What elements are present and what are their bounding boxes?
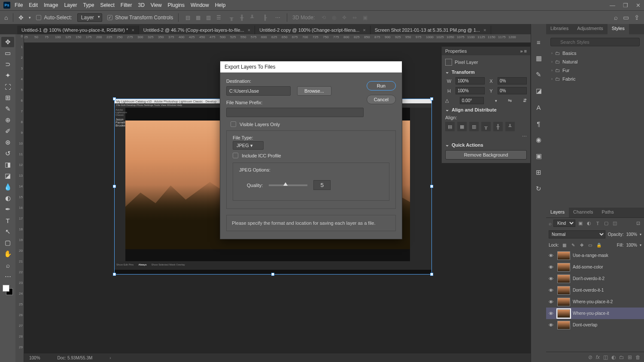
shapes-icon[interactable]: ⊞ (534, 167, 544, 178)
minimize-icon[interactable]: — (610, 2, 615, 9)
layer-name[interactable]: Use-a-range-mask (573, 253, 608, 258)
panel-more-icon[interactable]: ⋯ (445, 134, 527, 139)
layer-name[interactable]: Don't-overdo-it-2 (573, 276, 605, 281)
gradient-tool[interactable]: ◪ (1, 171, 14, 181)
layer-row[interactable]: 👁Dont-overlap (546, 319, 644, 331)
filter-adj-icon[interactable]: ◐ (586, 220, 592, 227)
search-icon[interactable]: ⌕ (614, 14, 618, 21)
close-icon[interactable]: ✕ (636, 2, 641, 9)
distribute-middle-icon[interactable]: ╫ (238, 14, 246, 21)
visibility-icon[interactable]: 👁 (549, 265, 555, 270)
close-tab-icon[interactable]: × (483, 27, 486, 33)
visible-only-checkbox[interactable]: Visible Layers Only (231, 121, 392, 127)
doc-tab-4[interactable]: Screen Shot 2021-01-13 at 5.35.31 PM.png… (371, 26, 491, 34)
transform-handle[interactable] (430, 273, 433, 276)
align-section[interactable]: ⌄Align and Distribute (445, 107, 527, 112)
include-icc-checkbox[interactable]: Include ICC Profile (233, 153, 385, 158)
lock-brush-icon[interactable]: ✎ (570, 242, 576, 248)
visibility-icon[interactable]: 👁 (549, 311, 555, 316)
menu-file[interactable]: File (15, 2, 23, 8)
eyedropper-tool[interactable]: ✎ (1, 104, 14, 114)
color-swatches[interactable] (3, 285, 13, 295)
auto-select-checkbox[interactable]: Auto-Select: (36, 15, 72, 21)
properties-tab[interactable]: Properties » ≡ (442, 47, 530, 55)
layer-name[interactable]: Where-you-place-it-2 (573, 299, 613, 304)
align-left-icon[interactable]: ▤ (184, 14, 191, 21)
lock-artboard-icon[interactable]: ▭ (587, 242, 593, 248)
flip-horiz-icon[interactable]: ⇋ (508, 98, 512, 103)
file-type-select[interactable]: JPEG ▾ (233, 141, 264, 150)
new-layer-icon[interactable]: ⊞ (628, 354, 632, 360)
maximize-icon[interactable]: ❐ (623, 2, 628, 9)
visibility-icon[interactable]: 👁 (549, 288, 555, 293)
align-top-icon[interactable]: ╥ (481, 122, 491, 131)
chevron-down-icon[interactable]: ▾ (495, 99, 497, 103)
quick-actions-section[interactable]: ⌄Quick Actions (445, 142, 527, 148)
remove-background-button[interactable]: Remove Background (445, 150, 527, 160)
type-tool[interactable]: T (1, 215, 14, 226)
clone-tool[interactable]: ⊛ (1, 137, 14, 148)
pen-tool[interactable]: ✒ (1, 204, 14, 214)
heal-tool[interactable]: ⊕ (1, 115, 14, 125)
chevron-down-icon[interactable]: ▾ (29, 15, 31, 20)
align-center-v-icon[interactable]: ╫ (493, 122, 503, 131)
adjustments-icon[interactable]: ≡ (534, 37, 544, 47)
filter-type-icon[interactable]: T (594, 220, 601, 227)
layer-thumbnail[interactable] (557, 298, 570, 306)
marquee-tool[interactable]: ▭ (1, 48, 14, 58)
visibility-icon[interactable]: 👁 (549, 253, 555, 258)
show-transform-checkbox[interactable]: ✓Show Transform Controls (107, 15, 173, 21)
menu-window[interactable]: Window (191, 2, 209, 8)
chevron-down-icon[interactable]: ▾ (640, 243, 641, 247)
lasso-tool[interactable]: ⊃ (1, 59, 14, 69)
brushes-icon[interactable]: ✎ (534, 69, 544, 80)
hand-tool[interactable]: ✋ (1, 249, 14, 259)
style-folder[interactable]: ›🗀Fur (550, 66, 640, 75)
layer-row[interactable]: 👁Where-you-place-it-2 (546, 296, 644, 308)
lock-all-icon[interactable]: 🔒 (596, 242, 602, 248)
x-input[interactable] (498, 77, 527, 84)
quality-slider[interactable] (269, 184, 307, 186)
style-folder[interactable]: ›🗀Natural (550, 57, 640, 66)
adjustment-layer-icon[interactable]: ◐ (611, 354, 616, 360)
align-right-icon[interactable]: ▥ (469, 122, 479, 131)
chevron-right-icon[interactable]: › (109, 356, 111, 360)
tab-channels[interactable]: Channels (569, 208, 597, 217)
close-tab-icon[interactable]: × (131, 27, 134, 33)
doc-size[interactable]: Doc: 5.93M/55.3M (58, 356, 93, 360)
tab-adjustments[interactable]: Adjustments (573, 24, 608, 34)
tab-paths[interactable]: Paths (598, 208, 618, 217)
move-tool[interactable]: ✥ (1, 37, 14, 47)
menu-select[interactable]: Select (100, 2, 114, 8)
chevron-down-icon[interactable]: ▾ (640, 232, 641, 236)
layer-thumbnail[interactable] (557, 263, 570, 272)
layer-row[interactable]: 👁Don't-overdo-it-2 (546, 273, 644, 284)
distribute-horiz-icon[interactable]: ╟ (261, 14, 269, 21)
filter-smart-icon[interactable]: ◫ (611, 220, 618, 227)
frame-tool[interactable]: ⊞ (1, 93, 14, 103)
transform-handle[interactable] (271, 273, 274, 276)
menu-3d[interactable]: 3D (138, 2, 144, 8)
doc-tab-3[interactable]: Untitled-2 copy @ 100% (Change-script-fi… (255, 26, 371, 34)
layer-fx-icon[interactable]: fx (596, 354, 600, 360)
history-brush-tool[interactable]: ↺ (1, 148, 14, 159)
cancel-button[interactable]: Cancel (367, 95, 396, 104)
align-bottom-icon[interactable]: ╨ (505, 122, 515, 131)
doc-tab-2[interactable]: Untitled-2 @ 46.7% (Copy-export-layers-t… (139, 26, 255, 34)
tab-libraries[interactable]: Libraries (546, 24, 573, 34)
height-input[interactable] (456, 87, 485, 94)
libraries-icon[interactable]: ◉ (534, 135, 544, 145)
menu-layer[interactable]: Layer (64, 2, 77, 8)
layer-thumbnail[interactable] (557, 275, 570, 283)
style-folder[interactable]: ›🗀Basics (550, 49, 640, 57)
flip-vert-icon[interactable]: ⇵ (523, 98, 527, 103)
brush-tool[interactable]: ✐ (1, 126, 14, 136)
tab-layers[interactable]: Layers (546, 208, 569, 217)
filter-shape-icon[interactable]: ▢ (603, 220, 610, 227)
character-icon[interactable]: A (534, 102, 544, 112)
menu-view[interactable]: View (151, 2, 162, 8)
layer-row[interactable]: 👁Where-you-place-it (546, 308, 644, 319)
lock-position-icon[interactable]: ✥ (579, 242, 585, 248)
tab-styles[interactable]: Styles (608, 24, 629, 34)
dodge-tool[interactable]: ◐ (1, 193, 14, 203)
